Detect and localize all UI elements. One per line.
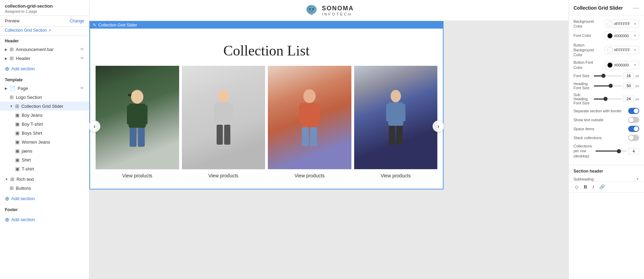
logo-section-label: Logo Section (16, 95, 42, 100)
preview-section-name[interactable]: Collection Grid Section (0, 27, 89, 36)
sidebar-item-page[interactable]: ▶ 📄 Page 👁 (0, 84, 89, 93)
dropdown-arrow-icon: ▼ (633, 34, 637, 38)
btn-bg-color-row: Button Background Color #FFFFFF ▼ (574, 43, 639, 58)
bg-color-swatch (607, 21, 613, 27)
svg-rect-6 (130, 128, 137, 147)
diamond-btn[interactable]: ◇ (574, 184, 580, 190)
collections-per-row-value[interactable]: 4 (628, 148, 639, 154)
stack-collections-toggle[interactable] (628, 135, 639, 141)
heading-font-size-slider[interactable] (594, 85, 622, 86)
add-section-rich-text[interactable]: ⊕ Add section (0, 193, 89, 204)
bg-color-input[interactable]: #FFFFFF ▼ (605, 20, 639, 28)
sidebar-item-tshirt[interactable]: ▣ T-shirt (0, 164, 89, 173)
sidebar-item-announcement-bar[interactable]: ▶ ⊞ Announcement bar 👁 (0, 45, 89, 54)
canvas-top-bar: SONOMA INFOTECH (89, 0, 568, 21)
heading-font-size-row: Heading Font Size 50 px (574, 82, 639, 90)
stack-collections-label: Stack collections (574, 136, 602, 140)
svg-point-1 (312, 8, 314, 10)
view-products-btn-1[interactable]: View products (96, 169, 179, 182)
preview-label: Preview (5, 19, 20, 23)
sidebar-item-buttons[interactable]: ⊞ Buttons (0, 184, 89, 193)
change-link[interactable]: Change (70, 19, 84, 23)
btn-bg-color-label: Button Background Color (574, 43, 603, 58)
rich-text-area[interactable] (569, 193, 644, 206)
view-products-btn-3[interactable]: View products (268, 169, 351, 182)
view-products-btn-4[interactable]: View products (354, 169, 438, 182)
more-options-btn[interactable]: ⋯ (633, 4, 639, 12)
sub-heading-font-size-value[interactable]: 24 (623, 96, 634, 102)
heading-font-size-unit: px (635, 84, 639, 88)
font-size-slider[interactable] (594, 75, 622, 76)
canvas-content: ✎ Collection Grid Slider Collection List… (89, 21, 444, 189)
section-header-title: Section header (569, 165, 644, 176)
plus-icon: ⊕ (5, 216, 9, 223)
sidebar-item-logo-section[interactable]: ⊞ Logo Section (0, 93, 89, 102)
italic-btn[interactable]: I (591, 184, 595, 190)
show-text-outside-label: Show text outside (574, 118, 603, 122)
subheading-label: Subheading (574, 177, 594, 181)
logo-text: SONOMA (322, 5, 354, 12)
collection-card-4: View products (354, 66, 438, 182)
font-size-value[interactable]: 16 (623, 73, 634, 79)
template-group-label: Template (0, 75, 89, 84)
announcement-bar-label: Announcement bar (16, 47, 54, 52)
add-section-header-label: Add section (11, 66, 35, 71)
view-products-btn-2[interactable]: View products (182, 169, 265, 182)
carousel-next-btn[interactable]: › (433, 120, 444, 132)
expand-arrow-icon: ▶ (5, 56, 8, 60)
bg-color-label: Background Color (574, 19, 603, 29)
btn-bg-color-value: #FFFFFF (614, 48, 630, 52)
show-text-outside-toggle[interactable] (628, 117, 639, 123)
jaens-label: jaens (22, 148, 32, 154)
toggle-knob (634, 108, 638, 113)
dropdown-arrow-icon: ▼ (633, 63, 637, 67)
space-items-row: Space items (574, 126, 639, 132)
separate-border-toggle[interactable] (628, 108, 639, 114)
heading-font-size-fill (594, 85, 611, 86)
sub-heading-font-size-unit: px (635, 97, 639, 101)
font-color-input[interactable]: #000000 ▼ (605, 32, 639, 40)
sub-heading-font-size-slider[interactable] (594, 99, 622, 100)
btn-bg-color-input[interactable]: #FFFFFF ▼ (605, 46, 639, 54)
sidebar-item-boy-tshirt[interactable]: ▣ Boy T-shirt (0, 120, 89, 128)
expand-arrow-icon: ▼ (5, 177, 8, 181)
space-items-label: Space items (574, 127, 594, 131)
sidebar-item-boys-shirt[interactable]: ▣ Boys Shirt (0, 128, 89, 137)
sidebar-item-jaens[interactable]: ▣ jaens (0, 146, 89, 155)
space-items-toggle[interactable] (628, 126, 639, 132)
rich-text-label: Rich text (17, 177, 34, 182)
link-btn[interactable]: 🔗 (598, 184, 606, 190)
hide-icon[interactable]: 👁 (80, 47, 84, 52)
collection-icon: ▣ (15, 157, 20, 163)
hide-icon[interactable]: 👁 (80, 56, 84, 61)
svg-rect-5 (141, 105, 148, 124)
heading-font-size-value[interactable]: 50 (623, 83, 634, 89)
card-image-3 (268, 66, 351, 169)
sub-heading-font-size-label: Sub Heading Font Size (574, 93, 592, 105)
women-jeans-label: Women Jeans (22, 140, 50, 145)
assigned-label: Assigned to 1 page (5, 9, 84, 13)
grid-icon: ⊞ (10, 46, 14, 52)
btn-font-color-input[interactable]: #000000 ▼ (605, 61, 639, 69)
collections-per-row-slider[interactable] (596, 151, 627, 152)
sidebar-item-collection-grid[interactable]: ▼ ⊞ Collection Grid Slider (0, 102, 89, 111)
sidebar-item-shirt[interactable]: ▣ Shirt (0, 155, 89, 164)
bold-btn[interactable]: B (582, 184, 588, 190)
svg-rect-4 (127, 105, 134, 124)
boy-tshirt-label: Boy T-shirt (22, 122, 43, 127)
header-label: Header (16, 56, 31, 61)
shirt-label: Shirt (22, 157, 31, 163)
collection-card-1: View products (96, 66, 179, 182)
add-section-footer[interactable]: ⊕ Add section (0, 214, 89, 225)
btn-font-color-swatch (607, 62, 613, 68)
add-section-header[interactable]: ⊕ Add section (0, 63, 89, 74)
sidebar-item-header[interactable]: ▶ ⊞ Header 👁 (0, 54, 89, 63)
sidebar-item-boy-jeans[interactable]: ▣ Boy Jeans (0, 111, 89, 120)
page-icon: 📄 (10, 85, 15, 91)
sidebar-item-women-jeans[interactable]: ▣ Women Jeans (0, 137, 89, 146)
sidebar-item-rich-text[interactable]: ▼ ⊞ Rich text (0, 175, 89, 184)
sub-heading-font-size-thumb (603, 97, 608, 101)
svg-rect-7 (138, 128, 145, 147)
hide-icon[interactable]: 👁 (80, 86, 84, 91)
sidebar-header: collection-grid-section Assigned to 1 pa… (0, 0, 89, 16)
